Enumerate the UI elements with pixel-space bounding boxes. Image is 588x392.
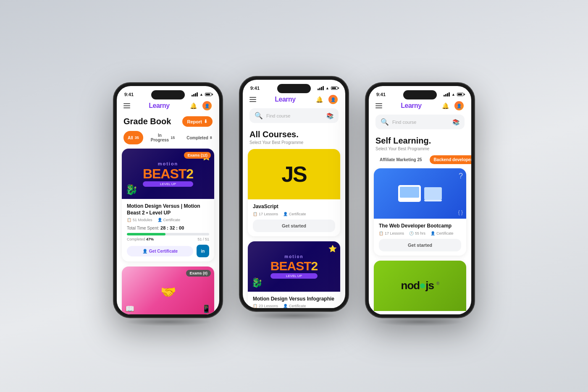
progress-section: Completed 47% 51 / 51 bbox=[127, 233, 209, 241]
js-cert-meta: 👤 Certificate bbox=[283, 212, 306, 216]
bookmark-icon: 📚 bbox=[326, 112, 333, 119]
hamburger-menu-icon-2[interactable] bbox=[249, 97, 256, 102]
lessons-icon-2: 📋 bbox=[253, 304, 257, 308]
course-title: Motion Design Versus | Motion Beast 2 • … bbox=[127, 203, 209, 216]
motion-cert-meta: 👤 Certificate bbox=[283, 304, 306, 308]
section-title-3: Self Learning. bbox=[369, 134, 471, 146]
lessons-icon-wd: 📋 bbox=[379, 231, 383, 235]
js-logo-text: JS bbox=[281, 162, 307, 187]
get-certificate-button[interactable]: 👤 Get Certificate bbox=[127, 246, 193, 256]
course-badge: Exams (12) bbox=[184, 152, 211, 159]
cert-btn-icon: 👤 bbox=[142, 249, 147, 253]
webdev-lessons-meta: 📋 17 Lessons bbox=[379, 231, 404, 235]
course-meta: 📋 51 Modules 👤 Certificate bbox=[127, 218, 209, 222]
modules-meta: 📋 51 Modules bbox=[127, 218, 152, 222]
js-course-info: 📋 17 Lessons 👤 Certificate bbox=[253, 212, 335, 216]
course-card-webdev: ? { } The Web Developer Bootcamp 📋 bbox=[374, 168, 466, 256]
avatar-2: 👤 bbox=[328, 94, 339, 105]
signal-bars-icon bbox=[192, 92, 198, 97]
app-logo-3: Learny bbox=[401, 102, 421, 110]
search-icon: 🔍 bbox=[255, 112, 263, 120]
cert-icon: 👤 bbox=[158, 218, 162, 222]
dynamic-island-2 bbox=[277, 84, 311, 93]
dynamic-island bbox=[151, 90, 185, 99]
grade-book-header: Grade Book Report ⬇ bbox=[117, 115, 219, 131]
filter-tab-all[interactable]: All 35 bbox=[123, 131, 143, 144]
hamburger-menu-icon[interactable] bbox=[123, 103, 130, 108]
webdev-hours-meta: 🕐 55 hrs bbox=[409, 231, 425, 235]
course-badge-partner: Exams (0) bbox=[186, 270, 211, 277]
phone-allcourses: 9:41 ▲ Learny 🔔 bbox=[239, 76, 349, 311]
linkedin-button[interactable]: in bbox=[197, 245, 209, 257]
battery-icon bbox=[205, 93, 212, 96]
avatar-3: 👤 bbox=[454, 100, 465, 111]
course-card-nodejs: nodjs ® Complete NodeJS Developer 📋 bbox=[374, 261, 466, 314]
nav-bar-2: Learny 🔔 👤 bbox=[243, 92, 345, 108]
cert-icon-wd: 👤 bbox=[430, 231, 435, 235]
clock-icon-wd: 🕐 bbox=[409, 231, 414, 235]
course-card-motion2: motion BEAST2 LEVEL UP 🐉 ⭐ Motion Design bbox=[248, 241, 340, 308]
status-time-3: 9:41 bbox=[376, 92, 386, 97]
bell-icon-3[interactable]: 🔔 bbox=[440, 101, 450, 111]
nav-bar-3: Learny 🔔 👤 bbox=[369, 99, 471, 115]
lessons-icon: 📋 bbox=[253, 212, 257, 216]
motion-course-title: Motion Design Versus Infographie bbox=[253, 296, 335, 303]
self-learning-courses-list: ? { } The Web Developer Bootcamp 📋 bbox=[369, 168, 471, 314]
webdev-course-title: The Web Developer Bootcamp bbox=[379, 223, 461, 230]
cat-tab-backend[interactable]: Backend developer 7 bbox=[430, 155, 471, 164]
wifi-icon: ▲ bbox=[200, 92, 203, 97]
search-input: Find course bbox=[266, 113, 323, 118]
webdev-course-info: 📋 17 Lessons 🕐 55 hrs 👤 bbox=[379, 231, 461, 235]
phone-gradebook: 9:41 ▲ bbox=[113, 83, 223, 318]
phone-selflearning: 9:41 ▲ Learny 🔔 bbox=[365, 83, 475, 318]
filter-tab-inprogress[interactable]: In Progress 15 bbox=[147, 131, 179, 144]
course-card-js: JS JavaScript 📋 17 Lessons bbox=[248, 149, 340, 236]
get-started-button-webdev[interactable]: Get started bbox=[379, 239, 461, 251]
nav-bar: Learny 🔔 👤 bbox=[117, 99, 219, 115]
app-logo: Learny bbox=[149, 102, 169, 110]
filter-tabs: All 35 In Progress 15 Completed 8 bbox=[117, 131, 219, 149]
app-logo-2: Learny bbox=[275, 96, 295, 103]
search-bar-3[interactable]: 🔍 Find course 📚 bbox=[375, 115, 465, 129]
status-time-2: 9:41 bbox=[250, 86, 260, 91]
search-bar[interactable]: 🔍 Find course 📚 bbox=[249, 108, 339, 123]
js-lessons-meta: 📋 17 Lessons bbox=[253, 212, 278, 216]
section-title: All Courses. bbox=[243, 128, 345, 140]
get-started-button-js[interactable]: Get started bbox=[253, 220, 335, 232]
section-subtitle: Select Your Best Programme bbox=[243, 140, 345, 149]
report-button[interactable]: Report ⬇ bbox=[182, 116, 213, 127]
avatar: 👤 bbox=[202, 100, 213, 111]
search-input-3: Find course bbox=[392, 120, 449, 125]
cert-meta: 👤 Certificate bbox=[158, 218, 181, 222]
course-card-partner: 🤝 📱 📖 Exams (0) The Complete Guide to Pa… bbox=[122, 267, 214, 314]
signal-bars-icon-3 bbox=[444, 92, 450, 97]
signal-bars-icon-2 bbox=[318, 86, 324, 90]
webdev-cert-meta: 👤 Certificate bbox=[430, 231, 454, 235]
download-icon: ⬇ bbox=[204, 119, 207, 124]
bookmark-icon-3: 📚 bbox=[452, 119, 459, 125]
course-thumbnail-webdev: ? { } bbox=[374, 168, 466, 219]
search-icon-3: 🔍 bbox=[381, 118, 389, 126]
cert-row: 👤 Get Certificate in bbox=[127, 245, 209, 257]
hamburger-menu-icon-3[interactable] bbox=[375, 103, 382, 108]
course-thumbnail-nodejs: nodjs ® bbox=[374, 261, 466, 311]
course-thumbnail-motionbeast2: motion BEAST2 LEVEL UP 🐉 ⭐ bbox=[248, 241, 340, 292]
dynamic-island-3 bbox=[403, 90, 437, 99]
cat-tab-affiliate[interactable]: Affiliate Marketing 25 bbox=[375, 155, 426, 164]
status-time: 9:41 bbox=[124, 92, 134, 97]
filter-tab-completed[interactable]: Completed 8 bbox=[182, 131, 216, 144]
courses-list: motion BEAST2 LEVEL UP 🐉 ⭐ Exams (12) bbox=[117, 149, 219, 314]
time-spent: Total Time Spent: 28 : 32 : 00 bbox=[127, 225, 209, 230]
js-course-title: JavaScript bbox=[253, 204, 335, 210]
course-card-motion-beast: motion BEAST2 LEVEL UP 🐉 ⭐ Exams (12) bbox=[122, 149, 214, 261]
motion-course-info: 📋 23 Lessons 👤 Certificate bbox=[253, 304, 335, 308]
motion-lessons-meta: 📋 23 Lessons bbox=[253, 304, 278, 308]
cert-icon-js: 👤 bbox=[283, 212, 288, 216]
page-title: Grade Book bbox=[123, 117, 171, 126]
cert-icon-motion: 👤 bbox=[283, 304, 288, 308]
category-tabs: Affiliate Marketing 25 Backend developer… bbox=[369, 155, 471, 168]
battery-icon-2 bbox=[331, 86, 338, 90]
bell-icon[interactable]: 🔔 bbox=[188, 101, 198, 111]
status-icons: ▲ bbox=[192, 92, 212, 97]
bell-icon-2[interactable]: 🔔 bbox=[314, 94, 324, 105]
